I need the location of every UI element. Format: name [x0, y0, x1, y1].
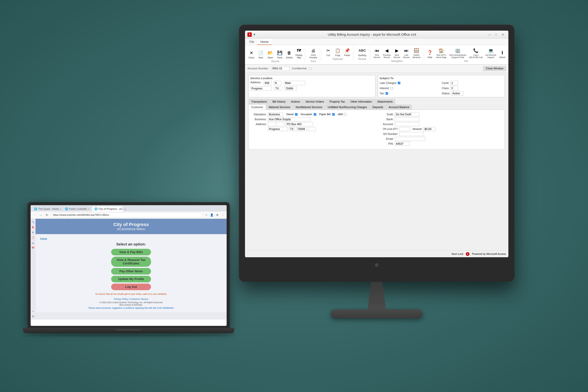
browser-tab-1[interactable]: 🌐 The Quad - Home ✕	[32, 206, 62, 212]
confidential-checkbox[interactable]	[309, 68, 312, 70]
subtab-unbilled[interactable]: UnBilled NonRecurring Charges	[325, 104, 370, 110]
sidebar-btn-1[interactable]: 🔍	[31, 220, 35, 224]
owner-checkbox[interactable]	[295, 113, 298, 116]
tab-actions[interactable]: Actions	[288, 99, 302, 104]
next-record-btn[interactable]: ▶ NextRecord	[392, 46, 401, 59]
helpline-btn[interactable]: 📞 Log aHELPLINE Call	[468, 46, 484, 59]
tab-attachments[interactable]: Attachments	[375, 99, 395, 104]
maximize-button[interactable]: □	[493, 32, 499, 37]
paste-btn[interactable]: 📌 Paste	[343, 46, 352, 57]
new-tab-button[interactable]: +	[123, 207, 128, 212]
new-btn[interactable]: 📄 New	[256, 49, 265, 60]
close-button[interactable]: ✕	[500, 32, 506, 37]
late-charges-checkbox[interactable]	[398, 82, 400, 84]
log-out-button[interactable]: Log Out	[111, 284, 151, 290]
tab-other-info[interactable]: Other Information	[348, 99, 374, 104]
sidebar-btn-3[interactable]: ⬇	[31, 230, 35, 234]
switch-windows-btn[interactable]: 🪟 SwitchWindows	[412, 46, 422, 59]
tax-checkbox[interactable]	[386, 92, 388, 95]
sidebar-btn-5[interactable]: 🗂	[31, 241, 35, 245]
cust-addr2[interactable]	[277, 122, 284, 126]
remote-support-btn[interactable]: 💻 Get RemoteSupport	[484, 46, 497, 59]
open-btn[interactable]: 📂 Open	[266, 49, 274, 60]
close-window-button[interactable]: Close Window	[483, 66, 506, 71]
cust-zip-input[interactable]	[296, 127, 307, 131]
subtab-deposits[interactable]: Deposits	[370, 104, 386, 110]
about-btn[interactable]: ℹ About	[498, 48, 507, 59]
draft-input[interactable]	[395, 112, 419, 116]
customer-service-link[interactable]: Customer Service	[130, 298, 148, 300]
ust-home-btn[interactable]: 🏠 Visit UST'sHome Page	[435, 46, 448, 59]
ebill-checkbox[interactable]	[344, 113, 346, 116]
sidebar-btn-plus[interactable]: +	[31, 309, 35, 313]
ss-input[interactable]	[399, 132, 424, 136]
status-input[interactable]	[451, 91, 464, 96]
privacy-policy-link[interactable]: Privacy Policy	[114, 298, 128, 300]
acct-input[interactable]	[395, 122, 419, 126]
copy-btn[interactable]: 📋 Copy	[333, 46, 342, 57]
sidebar-btn-settings[interactable]: ⚙	[31, 314, 35, 318]
address-bar[interactable]: https://www.justinter.net/d6il/d6il.asp?…	[50, 212, 203, 218]
bank-input[interactable]	[395, 117, 419, 121]
salutation-input[interactable]	[268, 112, 283, 116]
tab-home[interactable]: Home	[257, 39, 272, 45]
prev-record-btn[interactable]: ◀ PreviousRecord	[382, 46, 392, 59]
sidebar-btn-6[interactable]: 📅	[31, 246, 35, 250]
first-record-btn[interactable]: ⏮ FirstRecord	[372, 46, 381, 59]
zip-input[interactable]	[284, 86, 296, 91]
forward-button[interactable]: →	[38, 212, 43, 218]
tab-bill-history[interactable]: Bill History	[270, 99, 288, 104]
pay-other-items-button[interactable]: Pay Other Items	[111, 268, 151, 274]
sidebar-btn-2[interactable]: 🔖	[31, 225, 35, 229]
subtab-account-balance[interactable]: Account Balance	[386, 104, 412, 110]
extensions-button[interactable]: ⚙	[215, 213, 220, 217]
view-pay-bills-button[interactable]: View & Pay Bills	[111, 249, 151, 256]
account-number-input[interactable]	[271, 66, 290, 71]
print-preview-btn[interactable]: 🖨 PrintPreview	[309, 46, 318, 60]
cust-addr3[interactable]	[286, 122, 313, 126]
occupant-checkbox[interactable]	[314, 113, 316, 116]
amount-input[interactable]	[424, 127, 436, 131]
refresh-button[interactable]: ↻	[44, 212, 49, 218]
delete-btn[interactable]: 🗑 Delete	[285, 49, 294, 60]
business-input[interactable]	[268, 117, 311, 121]
view-request-tax-button[interactable]: View & Request Tax Certificates	[111, 257, 151, 267]
class-input[interactable]	[450, 86, 458, 90]
interest-checkbox[interactable]	[390, 87, 393, 90]
last-record-btn[interactable]: ⏭ LastRecord	[402, 46, 411, 59]
subtab-metered[interactable]: Metered Services	[266, 104, 293, 110]
update-my-profile-button[interactable]: Update My Profile	[111, 276, 151, 282]
cust-zip4-input[interactable]	[308, 127, 316, 131]
browser-tab-3[interactable]: 🌐 City of Progress - eCommerce M... ✕	[92, 206, 123, 212]
address-num-input[interactable]	[264, 81, 271, 85]
tab-close-1[interactable]: ✕	[60, 208, 62, 210]
cust-city-input[interactable]	[268, 127, 288, 131]
cycle-input[interactable]	[450, 81, 458, 85]
back-button[interactable]: ←	[32, 212, 37, 218]
profile-button[interactable]: 👤	[210, 213, 214, 217]
address-street-input[interactable]	[284, 81, 305, 85]
home-link[interactable]: Home	[40, 237, 222, 240]
menu-button[interactable]: ⋮	[220, 213, 225, 217]
tab-property-tax[interactable]: Property Tax	[327, 99, 348, 104]
state-input[interactable]	[274, 86, 282, 91]
cust-state-input[interactable]	[289, 127, 295, 131]
offcycle-input[interactable]	[399, 127, 410, 131]
browser-tab-2[interactable]: 🌐 Feed | LinkedIn ✕	[63, 206, 92, 212]
cust-addr1[interactable]	[268, 122, 276, 126]
bookmark-button[interactable]: ☆	[204, 213, 208, 217]
help-btn[interactable]: ❓ Help	[426, 48, 434, 59]
sidebar-btn-4[interactable]: 📋	[31, 236, 35, 240]
paper-bill-checkbox[interactable]	[332, 113, 335, 116]
tab-file[interactable]: File	[246, 39, 257, 45]
address-dir-input[interactable]	[274, 81, 282, 85]
display-map-btn[interactable]: 🗺 DisplayMap	[294, 46, 303, 60]
minimize-button[interactable]: —	[486, 32, 492, 37]
tab-transactions[interactable]: Transactions	[249, 99, 270, 104]
tab-close-2[interactable]: ✕	[88, 208, 90, 210]
cut-btn[interactable]: ✂ Cut	[324, 46, 332, 57]
email-input[interactable]	[395, 137, 426, 141]
central-square-btn[interactable]: 🏢 Visit CentralSquareSupport Portal	[448, 46, 467, 59]
save-btn[interactable]: 💾 Save	[276, 49, 284, 60]
pin-input[interactable]	[395, 142, 410, 146]
